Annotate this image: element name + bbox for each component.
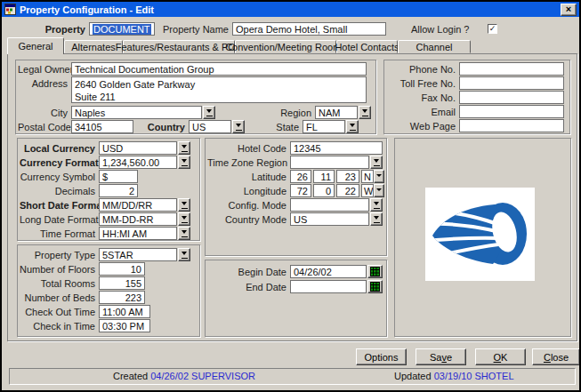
country-mode-input[interactable]: US bbox=[290, 212, 369, 226]
web-page-input[interactable] bbox=[459, 119, 564, 132]
latitude-row: Latitude 26 11 23 N bbox=[207, 170, 384, 183]
checkin-time-input[interactable]: 03:30 PM bbox=[99, 319, 150, 332]
hotel-code-input[interactable]: 12345 bbox=[290, 141, 383, 155]
decimals-input[interactable]: 2 bbox=[99, 184, 138, 197]
created-label: Created bbox=[113, 371, 148, 381]
property-input[interactable]: DOCUMENT bbox=[89, 22, 155, 36]
local-currency-lov-button[interactable] bbox=[178, 141, 190, 155]
begin-date-calendar-button[interactable] bbox=[367, 265, 383, 278]
city-lov-button[interactable] bbox=[203, 106, 215, 119]
local-currency-row: Local Currency USD bbox=[20, 141, 190, 155]
end-date-calendar-button[interactable] bbox=[367, 280, 383, 293]
list-of-values-icon bbox=[182, 230, 188, 237]
state-input[interactable]: FL bbox=[303, 120, 345, 133]
address-line-2: Suite 211 bbox=[75, 91, 116, 103]
city-input[interactable]: Naples bbox=[71, 106, 202, 119]
short-date-format-input[interactable]: MM/DD/RR bbox=[99, 198, 177, 212]
tab-convention-meeting-rooms[interactable]: Convention/Meeting Rooms bbox=[235, 40, 336, 53]
longitude-direction-input[interactable]: W bbox=[361, 184, 374, 197]
country-mode-label: Country Mode bbox=[207, 214, 290, 225]
beds-label: Number of Beds bbox=[20, 292, 99, 303]
short-date-format-lov-button[interactable] bbox=[178, 198, 190, 212]
latitude-degrees-input[interactable]: 26 bbox=[290, 170, 311, 183]
email-row: Email bbox=[386, 105, 564, 118]
latitude-direction-dropdown-button[interactable] bbox=[374, 170, 384, 183]
long-date-format-lov-button[interactable] bbox=[178, 212, 190, 226]
allow-login-checkbox[interactable]: ✓ bbox=[488, 24, 497, 34]
total-rooms-input[interactable]: 155 bbox=[99, 276, 145, 290]
checkout-time-row: Check Out Time 11:00 AM bbox=[20, 305, 150, 318]
phone-label: Phone No. bbox=[386, 64, 459, 75]
end-date-input[interactable] bbox=[290, 280, 367, 293]
postal-code-input[interactable]: 34105 bbox=[71, 120, 133, 133]
currency-format-input[interactable]: 1,234,560.00 bbox=[99, 156, 177, 169]
config-mode-lov-button[interactable] bbox=[370, 198, 383, 212]
logo-group-box bbox=[394, 138, 571, 337]
tab-hotel-contacts[interactable]: Hotel Contacts bbox=[336, 40, 398, 53]
contact-group-box: Phone No. Toll Free No. Fax No. Email We… bbox=[383, 60, 570, 134]
allow-login-label: Allow Login ? bbox=[408, 24, 488, 35]
long-date-format-input[interactable]: MM-DD-RR bbox=[99, 212, 177, 226]
property-type-input[interactable]: 5STAR bbox=[99, 248, 177, 261]
beds-input[interactable]: 223 bbox=[99, 291, 145, 304]
phone-input[interactable] bbox=[459, 62, 564, 76]
latitude-seconds-input[interactable]: 23 bbox=[336, 170, 359, 183]
toll-free-label: Toll Free No. bbox=[386, 78, 459, 89]
toll-free-input[interactable] bbox=[459, 76, 564, 90]
city-label: City bbox=[18, 108, 71, 118]
fax-input[interactable] bbox=[459, 91, 564, 104]
end-date-row: End Date bbox=[207, 280, 383, 293]
country-mode-lov-button[interactable] bbox=[370, 212, 383, 226]
checkout-time-input[interactable]: 11:00 AM bbox=[99, 305, 150, 318]
ok-button[interactable]: OK bbox=[475, 348, 526, 365]
check-icon: ✓ bbox=[489, 25, 496, 33]
latitude-direction-input[interactable]: N bbox=[361, 170, 374, 183]
property-name-input[interactable]: Opera Demo Hotel, Small bbox=[232, 22, 386, 36]
timezone-lov-button[interactable] bbox=[370, 156, 383, 169]
hotel-code-row: Hotel Code 12345 bbox=[207, 141, 383, 155]
region-input[interactable]: NAM bbox=[315, 106, 358, 119]
tab-alternates[interactable]: Alternates bbox=[64, 40, 123, 53]
local-currency-input[interactable]: USD bbox=[99, 141, 177, 155]
tab-channel[interactable]: Channel bbox=[398, 40, 471, 53]
time-format-row: Time Format HH:MI AM bbox=[20, 227, 190, 240]
close-window-button[interactable]: Close bbox=[532, 348, 580, 365]
time-format-label: Time Format bbox=[20, 228, 99, 239]
close-button[interactable]: × bbox=[561, 4, 577, 16]
time-format-lov-button[interactable] bbox=[178, 227, 190, 240]
list-of-values-icon bbox=[362, 109, 368, 116]
country-input[interactable]: US bbox=[189, 120, 231, 133]
tab-features-restaurants-pos[interactable]: Features/Restaurants & POS bbox=[123, 40, 235, 53]
latitude-minutes-input[interactable]: 11 bbox=[313, 170, 335, 183]
config-mode-input[interactable] bbox=[290, 198, 369, 212]
currency-symbol-input[interactable]: $ bbox=[99, 170, 138, 183]
region-lov-button[interactable] bbox=[359, 106, 371, 119]
longitude-seconds-input[interactable]: 22 bbox=[336, 184, 359, 197]
options-button[interactable]: Options bbox=[356, 348, 407, 365]
total-rooms-row: Total Rooms 155 bbox=[20, 276, 145, 290]
property-details-group-box: Property Type 5STAR Number of Floors 10 … bbox=[17, 244, 200, 337]
property-type-lov-button[interactable] bbox=[178, 248, 190, 261]
timezone-input[interactable] bbox=[290, 156, 369, 169]
legal-owner-input[interactable]: Technical Documentation Group bbox=[71, 62, 367, 76]
email-input[interactable] bbox=[459, 105, 564, 118]
country-lov-button[interactable] bbox=[232, 120, 245, 133]
save-button[interactable]: Save bbox=[416, 348, 466, 365]
longitude-degrees-input[interactable]: 72 bbox=[290, 184, 311, 197]
list-of-values-icon bbox=[350, 124, 356, 131]
updated-label: Updated bbox=[394, 371, 432, 381]
floors-row: Number of Floors 10 bbox=[20, 262, 145, 276]
toll-free-row: Toll Free No. bbox=[386, 76, 564, 90]
floors-input[interactable]: 10 bbox=[99, 262, 145, 276]
country-label: Country bbox=[133, 122, 189, 132]
longitude-direction-dropdown-button[interactable] bbox=[374, 184, 384, 197]
currency-format-lov-button[interactable] bbox=[178, 156, 190, 169]
longitude-minutes-input[interactable]: 0 bbox=[313, 184, 335, 197]
begin-date-input[interactable]: 04/26/02 bbox=[290, 265, 367, 278]
phone-row: Phone No. bbox=[386, 62, 564, 76]
state-lov-button[interactable] bbox=[346, 120, 359, 133]
tab-general[interactable]: General bbox=[7, 37, 64, 54]
time-format-input[interactable]: HH:MI AM bbox=[99, 227, 177, 240]
currency-format-label: Currency Format bbox=[20, 157, 99, 168]
address-input[interactable]: 2640 Golden Gate Parkway Suite 211 bbox=[71, 76, 367, 103]
